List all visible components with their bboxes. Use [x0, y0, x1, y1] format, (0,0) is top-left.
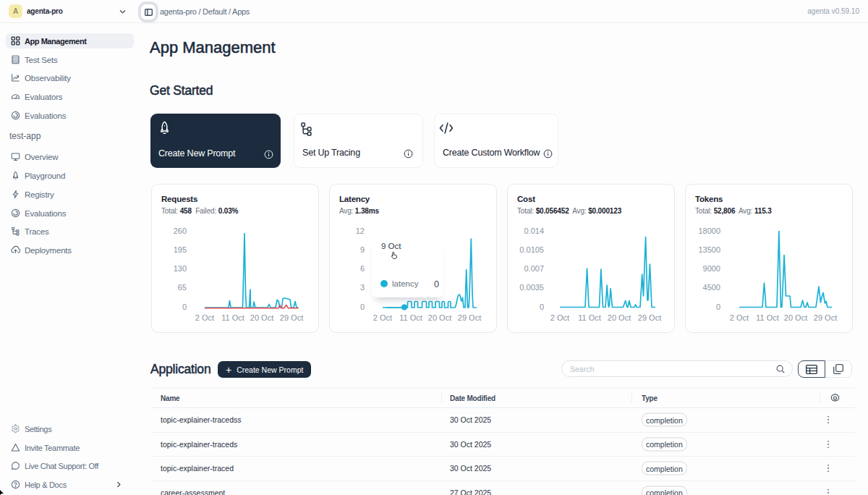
svg-text:0.007: 0.007 — [524, 264, 544, 273]
svg-text:9: 9 — [360, 245, 365, 254]
svg-text:12: 12 — [356, 227, 365, 235]
svg-text:11 Oct: 11 Oct — [756, 313, 779, 322]
svg-text:195: 195 — [174, 245, 187, 254]
svg-text:20 Oct: 20 Oct — [250, 313, 273, 322]
svg-text:11 Oct: 11 Oct — [578, 313, 601, 322]
svg-text:6: 6 — [360, 264, 365, 273]
svg-text:0.0105: 0.0105 — [519, 245, 544, 254]
svg-text:0.0035: 0.0035 — [519, 283, 544, 292]
svg-text:11 Oct: 11 Oct — [399, 313, 422, 322]
svg-text:18000: 18000 — [698, 227, 720, 235]
svg-text:29 Oct: 29 Oct — [814, 313, 837, 322]
svg-text:20 Oct: 20 Oct — [784, 313, 807, 322]
svg-text:2 Oct: 2 Oct — [550, 313, 569, 322]
svg-text:0.014: 0.014 — [524, 227, 544, 235]
svg-text:0: 0 — [360, 302, 365, 311]
svg-text:9000: 9000 — [703, 264, 720, 273]
svg-text:260: 260 — [174, 227, 187, 235]
svg-text:29 Oct: 29 Oct — [638, 313, 661, 322]
svg-text:4500: 4500 — [703, 283, 720, 292]
svg-text:2 Oct: 2 Oct — [373, 313, 392, 322]
svg-text:2 Oct: 2 Oct — [730, 313, 749, 322]
svg-text:20 Oct: 20 Oct — [608, 313, 631, 322]
svg-text:2 Oct: 2 Oct — [195, 313, 214, 322]
svg-text:29 Oct: 29 Oct — [458, 313, 481, 322]
svg-text:0: 0 — [716, 302, 720, 311]
svg-text:65: 65 — [178, 283, 187, 292]
svg-text:3: 3 — [360, 283, 365, 292]
svg-text:29 Oct: 29 Oct — [280, 313, 303, 322]
svg-text:0: 0 — [182, 302, 187, 311]
svg-text:0: 0 — [540, 302, 544, 311]
svg-text:130: 130 — [174, 264, 187, 273]
svg-text:20 Oct: 20 Oct — [428, 313, 451, 322]
svg-text:13500: 13500 — [698, 245, 720, 254]
svg-text:11 Oct: 11 Oct — [221, 313, 244, 322]
